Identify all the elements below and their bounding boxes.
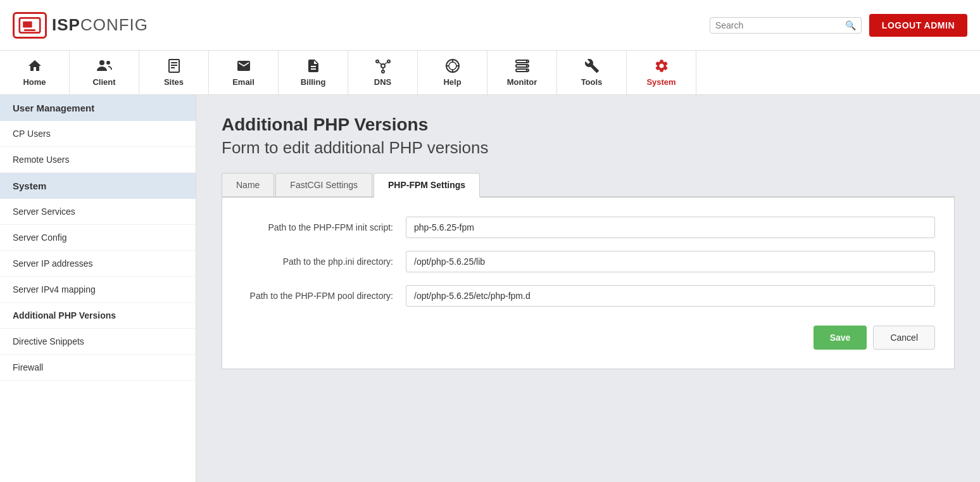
sidebar-item-directive-snippets[interactable]: Directive Snippets xyxy=(0,329,196,355)
svg-point-3 xyxy=(99,60,104,65)
nav-item-home[interactable]: Home xyxy=(0,51,70,94)
logo-text: ISPCONFIG xyxy=(52,15,148,35)
nav-item-help[interactable]: Help xyxy=(418,51,487,94)
tab-name[interactable]: Name xyxy=(222,173,274,196)
search-input[interactable] xyxy=(715,20,843,30)
nav-item-client[interactable]: Client xyxy=(70,51,139,94)
form-row-fpm-pool-dir: Path to the PHP-FPM pool directory: xyxy=(241,285,935,307)
help-icon xyxy=(445,58,460,73)
nav-item-sites[interactable]: Sites xyxy=(139,51,209,94)
tab-fastcgi[interactable]: FastCGI Settings xyxy=(275,173,372,196)
nav-item-tools[interactable]: Tools xyxy=(557,51,627,94)
header-right: 🔍 LOGOUT ADMIN xyxy=(710,14,967,37)
form-label-fpm-pool-dir: Path to the PHP-FPM pool directory: xyxy=(241,291,406,301)
sidebar-item-additional-php-versions[interactable]: Additional PHP Versions xyxy=(0,303,196,329)
sidebar-group-user-management[interactable]: User Management xyxy=(0,95,196,121)
form-panel: Path to the PHP-FPM init script:Path to … xyxy=(222,198,955,369)
form-fields: Path to the PHP-FPM init script:Path to … xyxy=(241,217,935,307)
form-row-phpini-dir: Path to the php.ini directory: xyxy=(241,251,935,272)
svg-point-26 xyxy=(525,65,527,67)
header: ISPCONFIG 🔍 LOGOUT ADMIN xyxy=(0,0,980,51)
nav-label-client: Client xyxy=(92,77,115,87)
sidebar-item-server-services[interactable]: Server Services xyxy=(0,199,196,225)
svg-rect-1 xyxy=(23,21,32,27)
logo-box xyxy=(13,12,47,39)
sidebar: User ManagementCP UsersRemote UsersSyste… xyxy=(0,95,196,482)
svg-point-10 xyxy=(376,60,379,63)
page-title: Additional PHP Versions xyxy=(222,114,955,136)
svg-line-14 xyxy=(384,62,387,65)
sidebar-item-remote-users[interactable]: Remote Users xyxy=(0,147,196,173)
page-subtitle: Form to edit additional PHP versions xyxy=(222,138,955,158)
sidebar-item-server-config[interactable]: Server Config xyxy=(0,225,196,251)
sites-icon xyxy=(167,58,181,73)
tabs: NameFastCGI SettingsPHP-FPM Settings xyxy=(222,173,955,198)
nav-item-email[interactable]: Email xyxy=(209,51,279,94)
home-icon xyxy=(27,58,42,73)
main-layout: User ManagementCP UsersRemote UsersSyste… xyxy=(0,95,980,482)
dns-icon xyxy=(375,58,391,73)
sidebar-item-server-ip-addresses[interactable]: Server IP addresses xyxy=(0,251,196,277)
nav-item-dns[interactable]: DNS xyxy=(348,51,418,94)
sidebar-item-server-ipv4-mapping[interactable]: Server IPv4 mapping xyxy=(0,277,196,303)
sidebar-item-firewall[interactable]: Firewall xyxy=(0,355,196,381)
form-row-fpm-init-script: Path to the PHP-FPM init script: xyxy=(241,217,935,238)
nav-item-system[interactable]: System xyxy=(627,51,696,94)
email-icon xyxy=(236,58,251,73)
logo-area: ISPCONFIG xyxy=(13,12,148,39)
sidebar-group-system[interactable]: System xyxy=(0,173,196,199)
svg-point-11 xyxy=(387,60,390,63)
svg-line-13 xyxy=(379,62,382,65)
logo-icon xyxy=(18,16,41,34)
svg-point-4 xyxy=(106,61,110,65)
nav-label-monitor: Monitor xyxy=(507,77,537,87)
form-input-fpm-pool-dir[interactable] xyxy=(406,285,935,307)
logout-button[interactable]: LOGOUT ADMIN xyxy=(869,14,967,37)
svg-rect-2 xyxy=(24,29,35,31)
search-icon: 🔍 xyxy=(845,20,856,30)
svg-point-27 xyxy=(525,70,527,71)
nav-label-sites: Sites xyxy=(164,77,184,87)
svg-point-12 xyxy=(382,70,384,73)
nav-label-billing: Billing xyxy=(301,77,326,87)
nav-label-home: Home xyxy=(23,77,46,87)
svg-point-17 xyxy=(449,62,456,70)
search-box: 🔍 xyxy=(710,17,862,34)
form-label-phpini-dir: Path to the php.ini directory: xyxy=(241,257,406,267)
form-input-phpini-dir[interactable] xyxy=(406,251,935,272)
form-input-fpm-init-script[interactable] xyxy=(406,217,935,238)
svg-point-25 xyxy=(525,61,527,62)
system-icon xyxy=(654,58,669,73)
client-icon xyxy=(96,58,113,73)
nav-label-help: Help xyxy=(443,77,461,87)
content-area: Additional PHP Versions Form to edit add… xyxy=(196,95,980,482)
tools-icon xyxy=(584,58,600,73)
navbar: HomeClientSitesEmailBillingDNSHelpMonito… xyxy=(0,51,980,95)
buttons-row: Save Cancel xyxy=(241,319,935,350)
save-button[interactable]: Save xyxy=(814,326,867,350)
nav-label-tools: Tools xyxy=(581,77,603,87)
nav-label-dns: DNS xyxy=(374,77,391,87)
nav-label-email: Email xyxy=(232,77,254,87)
logo-isp: ISP xyxy=(52,15,80,34)
form-label-fpm-init-script: Path to the PHP-FPM init script: xyxy=(241,222,406,232)
nav-label-system: System xyxy=(646,77,675,87)
nav-item-billing[interactable]: Billing xyxy=(279,51,348,94)
tab-phpfpm[interactable]: PHP-FPM Settings xyxy=(374,173,480,198)
logo-config: CONFIG xyxy=(80,15,148,34)
cancel-button[interactable]: Cancel xyxy=(873,326,935,350)
monitor-icon xyxy=(515,58,529,73)
nav-item-monitor[interactable]: Monitor xyxy=(487,51,557,94)
billing-icon xyxy=(306,58,321,73)
sidebar-item-cp-users[interactable]: CP Users xyxy=(0,121,196,147)
